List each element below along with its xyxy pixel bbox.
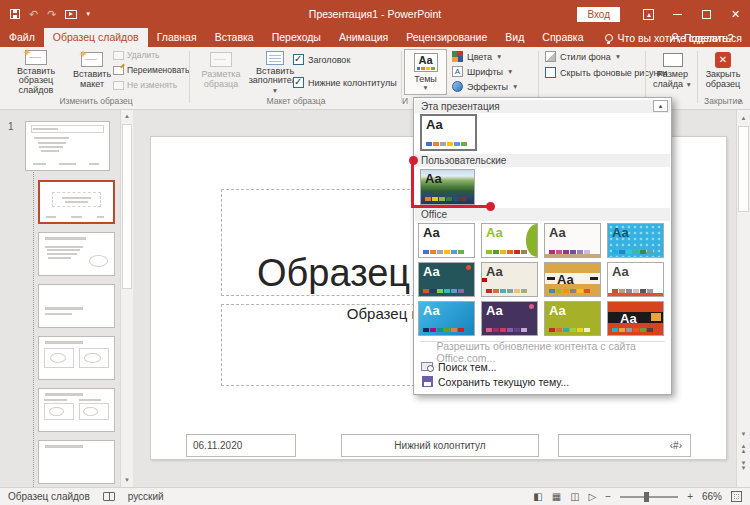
office-theme-tile-8[interactable]: Aa xyxy=(607,262,664,297)
slide-thumbnail-7[interactable] xyxy=(38,440,115,484)
slide-thumbnail-2[interactable] xyxy=(38,180,115,224)
tab-1[interactable]: Образец слайдов xyxy=(44,28,148,47)
redo-icon[interactable]: ↷ xyxy=(47,8,56,21)
zoom-slider[interactable] xyxy=(620,496,678,498)
themes-icon: Aa xyxy=(414,53,438,72)
menu-enable-content-updates[interactable]: Разрешить обновление контента с сайта Of… xyxy=(414,344,671,359)
reading-view-button[interactable]: ◫ xyxy=(570,491,579,502)
maximize-button[interactable] xyxy=(692,0,721,28)
office-theme-tile-6[interactable]: Aa xyxy=(481,262,538,297)
slide-sorter-button[interactable]: ▦ xyxy=(552,491,561,502)
zoom-slider-thumb[interactable] xyxy=(644,492,649,502)
panel-scrollbar[interactable]: ▲ ▼ xyxy=(120,110,133,487)
zoom-out-button[interactable]: − xyxy=(605,491,611,502)
next-slide-button[interactable]: ▼▼ xyxy=(737,461,750,474)
zoom-level[interactable]: 66% xyxy=(702,491,722,502)
tab-7[interactable]: Вид xyxy=(496,28,533,47)
rename-button[interactable]: Переименовать xyxy=(113,65,189,75)
office-theme-tile-3[interactable]: Aa xyxy=(544,223,601,258)
section-this-presentation: Эта презентация xyxy=(415,100,670,113)
title-checkbox[interactable]: Заголовок xyxy=(293,54,350,65)
minimize-icon xyxy=(673,14,682,15)
scroll-up-icon[interactable]: ▲ xyxy=(121,110,133,123)
close-button[interactable]: ✕ xyxy=(721,0,750,28)
slide-thumbnail-1[interactable] xyxy=(25,121,110,171)
save-icon[interactable] xyxy=(10,9,20,19)
menu-save-current-theme[interactable]: Сохранить текущую тему... xyxy=(414,374,671,389)
editor-scrollbar[interactable]: ▲ ▼ ▲▲ ▼▼ xyxy=(736,110,750,487)
colors-icon xyxy=(452,51,463,62)
office-theme-tile-1[interactable]: Aa xyxy=(418,223,475,258)
effects-button[interactable]: Эффекты▼ xyxy=(452,81,518,92)
browse-themes-icon xyxy=(421,362,433,371)
master-layout-button[interactable]: Разметкаобразца xyxy=(196,49,246,95)
previous-slide-button[interactable]: ▲▲ xyxy=(737,444,750,457)
tab-8[interactable]: Справка xyxy=(533,28,592,47)
footer-placeholder[interactable]: Нижний колонтитул xyxy=(341,434,539,457)
minimize-button[interactable] xyxy=(663,0,692,28)
tab-2[interactable]: Главная xyxy=(148,28,206,47)
maximize-icon xyxy=(702,10,711,19)
preserve-button[interactable]: Не изменять xyxy=(113,80,177,90)
themes-dropdown: ▲ Эта презентация Aa Пользовательские Aa… xyxy=(413,97,672,395)
tab-file[interactable]: Файл xyxy=(0,28,44,47)
window-title: Презентация1 - PowerPoint xyxy=(309,0,441,28)
delete-button[interactable]: Удалить xyxy=(113,50,159,60)
slide-thumbnail-6[interactable] xyxy=(38,388,115,432)
office-theme-tile-2[interactable]: Aa xyxy=(481,223,538,258)
sign-in-button[interactable]: Вход xyxy=(577,7,620,22)
custom-theme[interactable]: Aa xyxy=(420,169,475,205)
slide-thumbnail-3[interactable] xyxy=(38,232,115,276)
insert-slide-master-button[interactable]: Вставитьобразец слайдов xyxy=(2,49,70,95)
group-label-edit-master: Изменить образец xyxy=(4,96,188,106)
view-status[interactable]: Образец слайдов xyxy=(8,491,90,502)
this-presentation-theme[interactable]: Aa xyxy=(420,114,477,151)
customize-quick-access-icon[interactable]: ▾ xyxy=(86,10,90,18)
slide-size-button[interactable]: Размер слайда ▼ xyxy=(649,49,696,95)
gallery-scroll-up-icon[interactable]: ▲ xyxy=(653,100,668,112)
scroll-up-icon[interactable]: ▲ xyxy=(737,112,750,125)
office-theme-tile-5[interactable]: Aa xyxy=(418,262,475,297)
spellcheck-icon[interactable] xyxy=(103,492,115,501)
ribbon-display-options-button[interactable] xyxy=(634,0,663,28)
tab-3[interactable]: Вставка xyxy=(206,28,263,47)
theme-color-strip xyxy=(426,142,467,146)
undo-icon[interactable]: ↶ xyxy=(29,8,38,21)
slide-number-placeholder[interactable]: ‹#› xyxy=(558,434,691,457)
date-placeholder[interactable]: 06.11.2020 xyxy=(186,434,296,457)
office-theme-tile-12[interactable]: Aa xyxy=(607,301,664,336)
panel-scrollbar-thumb[interactable] xyxy=(122,124,132,289)
office-theme-tile-11[interactable]: Aa xyxy=(544,301,601,336)
editor-scrollbar-thumb[interactable] xyxy=(738,126,749,212)
slide-thumbnail-5[interactable] xyxy=(38,336,115,380)
tab-4[interactable]: Переходы xyxy=(263,28,330,47)
tab-6[interactable]: Рецензирование xyxy=(397,28,496,47)
fit-slide-to-window-icon[interactable] xyxy=(731,491,742,502)
theme-color-strip xyxy=(425,197,466,201)
dropdown-arrow-icon: ▼ xyxy=(272,87,278,94)
close-master-view-button[interactable]: ✕ Закрытьобразец xyxy=(700,49,746,95)
zoom-in-button[interactable]: + xyxy=(687,491,693,502)
background-styles-button[interactable]: Стили фона▼ xyxy=(545,51,621,62)
rename-icon xyxy=(113,66,124,75)
office-theme-tile-7[interactable]: Aa xyxy=(544,262,601,297)
slide-thumbnail-4[interactable] xyxy=(38,284,115,328)
scroll-down-icon[interactable]: ▼ xyxy=(737,428,750,441)
footers-checkbox[interactable]: Нижние колонтитулы xyxy=(293,77,397,88)
tab-5[interactable]: Анимация xyxy=(330,28,397,47)
themes-button[interactable]: Aa Темы ▼ xyxy=(404,49,447,95)
language-status[interactable]: русский xyxy=(128,491,164,502)
scroll-down-icon[interactable]: ▼ xyxy=(121,474,133,487)
slideshow-button[interactable]: ▷ xyxy=(589,491,597,502)
office-theme-tile-10[interactable]: Aa xyxy=(481,301,538,336)
normal-view-button[interactable]: ◧ xyxy=(533,491,542,502)
office-theme-tile-9[interactable]: Aa xyxy=(418,301,475,336)
share-button[interactable]: Поделиться xyxy=(669,28,742,47)
office-theme-tile-4[interactable]: Aa xyxy=(607,223,664,258)
collapse-ribbon-button[interactable]: ˄ xyxy=(735,97,747,107)
lightbulb-icon xyxy=(605,34,613,42)
start-slideshow-icon[interactable] xyxy=(65,10,77,19)
colors-button[interactable]: Цвета▼ xyxy=(452,51,503,62)
insert-layout-button[interactable]: Вставитьмакет xyxy=(70,49,114,95)
fonts-button[interactable]: AШрифты▼ xyxy=(452,66,514,77)
